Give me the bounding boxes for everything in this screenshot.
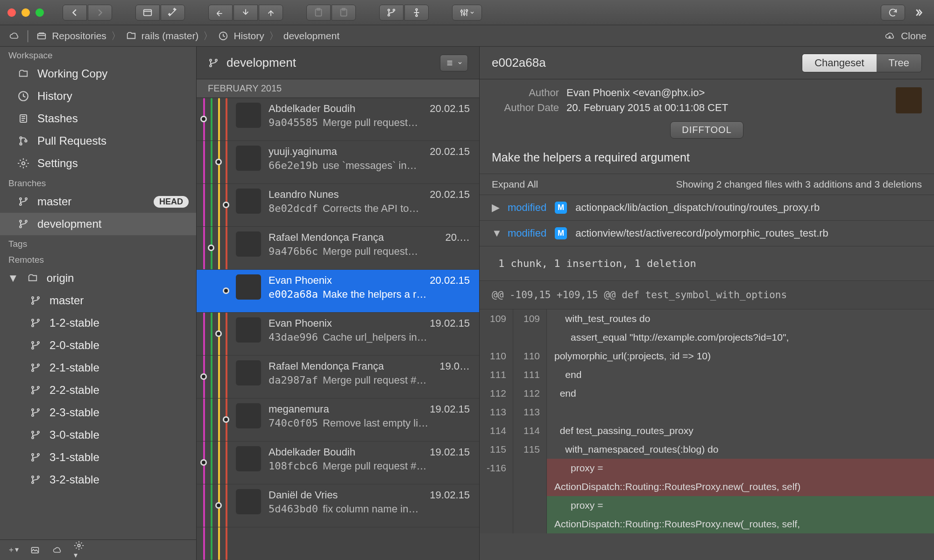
folder-icon	[26, 273, 39, 284]
close-window-button[interactable]	[7, 8, 16, 17]
sidebar-item-label: Working Copy	[37, 67, 107, 80]
sidebar-remote-branch-master[interactable]: master	[0, 289, 196, 312]
toolbar-settings-button[interactable]	[452, 5, 482, 21]
sidebar-item-label: 3-0-stable	[50, 428, 99, 441]
svg-point-36	[37, 364, 39, 366]
toolbar-button-1[interactable]	[135, 5, 160, 21]
toolbar-overflow-button[interactable]	[910, 5, 927, 21]
svg-point-51	[37, 476, 39, 478]
commit-message: Corrects the API to…	[323, 203, 419, 215]
sidebar-remote-branch-3-0-stable[interactable]: 3-0-stable	[0, 424, 196, 446]
commit-row[interactable]: Evan Phoenix20.02.15 e002a68aMake the he…	[197, 270, 479, 313]
sidebar-branch-development[interactable]: development	[0, 213, 196, 235]
sidebar-remote-branch-3-1-stable[interactable]: 3-1-stable	[0, 446, 196, 469]
diff-line: assert_equal "http://example.com/project…	[480, 328, 934, 347]
sidebar-remote-branch-2-2-stable[interactable]: 2-2-stable	[0, 379, 196, 401]
file-row[interactable]: ▶ modified M actionpack/lib/action_dispa…	[480, 195, 934, 221]
add-button[interactable]: ＋▾	[7, 545, 19, 555]
sidebar-item-working-copy[interactable]: Working Copy	[0, 63, 196, 85]
commit-message: use `messages` in…	[323, 160, 417, 172]
commit-row[interactable]: Abdelkader Boudih20.02.15 9a045585Merge …	[197, 98, 479, 141]
new-line-number: 109	[513, 309, 547, 328]
diff-line: ActionDispatch::Routing::RoutesProxy.new…	[480, 515, 934, 533]
sidebar-remote-branch-2-0-stable[interactable]: 2-0-stable	[0, 334, 196, 357]
commit-row[interactable]: Evan Phoenix19.02.15 43dae996Cache url_h…	[197, 313, 479, 356]
commit-pane: development FEBRUARY 2015 Abdelkader Bou…	[197, 47, 480, 560]
minimize-window-button[interactable]	[21, 8, 30, 17]
image-icon[interactable]	[30, 546, 40, 555]
nav-forward-button[interactable]	[88, 5, 112, 21]
svg-point-39	[37, 386, 39, 388]
commit-sha-short: 5d463bd0	[269, 503, 318, 515]
old-line-number: 113	[480, 403, 513, 421]
chevron-right-icon: 〉	[111, 29, 121, 42]
code-line: ActionDispatch::Routing::RoutesProxy.new…	[547, 515, 934, 533]
list-view-toggle[interactable]	[440, 55, 468, 71]
file-summary: Expand All Showing 2 changed files with …	[480, 174, 934, 195]
svg-point-16	[20, 143, 21, 145]
code-line: end	[547, 365, 934, 384]
commit-row[interactable]: Leandro Nunes20.02.15 8e02dcdfCorrects t…	[197, 184, 479, 227]
clone-button[interactable]: Clone	[883, 30, 927, 42]
seg-changeset[interactable]: Changeset	[802, 54, 876, 72]
toolbar-unstash-button[interactable]	[332, 5, 356, 21]
avatar	[236, 146, 261, 171]
sidebar-icon	[17, 113, 30, 124]
breadcrumb-repo[interactable]: rails (master)	[126, 30, 199, 42]
sidebar-remote-branch-2-1-stable[interactable]: 2-1-stable	[0, 357, 196, 379]
disclosure-triangle-icon: ▶	[492, 202, 499, 214]
graph-dot	[215, 159, 222, 165]
toolbar-branch-button[interactable]	[379, 5, 403, 21]
commit-date: 20.02.15	[430, 146, 470, 158]
commit-row[interactable]: meganemura19.02.15 740c0f05Remove last e…	[197, 399, 479, 441]
toolbar-merge-button[interactable]	[404, 5, 429, 21]
commit-row[interactable]: yuuji.yaginuma20.02.15 66e2e19buse `mess…	[197, 141, 479, 184]
expand-all-link[interactable]: Expand All	[492, 179, 538, 190]
commit-row[interactable]: Daniël de Vries19.02.15 5d463bd0fix colu…	[197, 484, 479, 527]
sidebar-section-tags: Tags	[0, 235, 196, 251]
sidebar-item-stashes[interactable]: Stashes	[0, 107, 196, 130]
difftool-row: DIFFTOOL	[480, 119, 934, 145]
seg-tree[interactable]: Tree	[877, 54, 921, 72]
svg-point-54	[210, 59, 212, 61]
sidebar: Workspace Working Copy History Stashes P…	[0, 47, 197, 560]
gear-icon[interactable]: ▾	[74, 540, 84, 560]
sidebar-icon	[17, 91, 30, 102]
author-value: Evan Phoenix <evan@phx.io>	[566, 87, 884, 99]
sidebar-remote-branch-1-2-stable[interactable]: 1-2-stable	[0, 312, 196, 334]
sidebar-branch-master[interactable]: master HEAD	[0, 190, 196, 213]
breadcrumb-repositories[interactable]: Repositories	[36, 30, 106, 42]
breadcrumb-history[interactable]: History	[218, 30, 264, 42]
nav-back-button[interactable]	[63, 5, 87, 21]
sidebar-remote-origin[interactable]: ▼ origin	[0, 267, 196, 289]
date-label: Author Date	[492, 102, 566, 114]
avatar	[236, 317, 261, 343]
cloud-icon[interactable]	[7, 31, 21, 41]
toolbar-push-button[interactable]	[259, 5, 283, 21]
commit-row[interactable]: Abdelkader Boudih19.02.15 108fcbc6Merge …	[197, 441, 479, 484]
toolbar-wand-button[interactable]	[161, 5, 185, 21]
sidebar-item-label: development	[37, 217, 101, 231]
sidebar-item-pull-requests[interactable]: Pull Requests	[0, 130, 196, 152]
sidebar-remote-branch-3-2-stable[interactable]: 3-2-stable	[0, 469, 196, 491]
commit-row[interactable]: Rafael Mendonça França19.0… da2987afMerg…	[197, 356, 479, 399]
sidebar-item-settings[interactable]: Settings	[0, 152, 196, 175]
toolbar-pull-button[interactable]	[234, 5, 258, 21]
file-row[interactable]: ▼ modified M actionview/test/activerecor…	[480, 221, 934, 246]
cloud-status-icon[interactable]	[51, 546, 63, 554]
toolbar-fetch-button[interactable]	[208, 5, 233, 21]
commit-author: Abdelkader Boudih	[269, 446, 355, 458]
code-line: def test_passing_routes_proxy	[547, 421, 934, 440]
svg-point-42	[37, 409, 39, 411]
difftool-button[interactable]: DIFFTOOL	[670, 121, 743, 139]
sidebar-item-history[interactable]: History	[0, 85, 196, 107]
maximize-window-button[interactable]	[35, 8, 44, 17]
sidebar-item-label: 2-2-stable	[50, 384, 99, 397]
old-line-number: 115	[480, 440, 513, 459]
toolbar-stash-button[interactable]	[306, 5, 331, 21]
sidebar-remote-branch-2-3-stable[interactable]: 2-3-stable	[0, 401, 196, 424]
toolbar-refresh-button[interactable]	[881, 5, 905, 21]
breadcrumb-branch[interactable]: development	[283, 30, 340, 42]
sidebar-section-branches: Branches	[0, 175, 196, 190]
commit-row[interactable]: Rafael Mendonça França20.… 9a476b6cMerge…	[197, 227, 479, 270]
